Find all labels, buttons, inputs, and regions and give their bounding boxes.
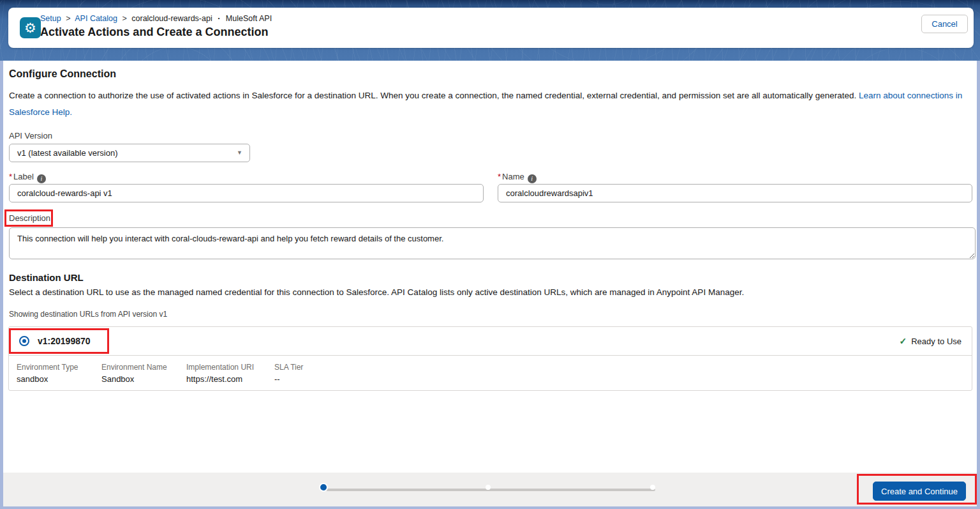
detail-label: Environment Name — [101, 363, 186, 372]
detail-col-implementation-uri: Implementation URI https://test.com — [186, 363, 274, 384]
name-field-label: *Namei — [498, 172, 537, 183]
main-panel: Configure Connection Create a connection… — [3, 61, 977, 473]
check-icon: ✓ — [900, 336, 907, 346]
status-label: Ready to Use — [911, 337, 961, 346]
detail-col-environment-name: Environment Name Sandbox — [101, 363, 186, 384]
detail-label: SLA Tier — [274, 363, 359, 372]
detail-col-environment-type: Environment Type sandbox — [17, 363, 101, 384]
api-version-label: API Version — [9, 131, 52, 141]
radio-dot — [22, 339, 26, 343]
api-version-value: v1 (latest available version) — [17, 148, 118, 158]
description-textarea[interactable]: This connection will help you interact w… — [9, 227, 976, 259]
showing-destination-text: Showing destination URLs from API versio… — [9, 310, 167, 319]
label-input[interactable] — [9, 184, 484, 202]
breadcrumb-api-catalog-link[interactable]: API Catalog — [75, 14, 117, 23]
detail-value: -- — [274, 374, 359, 384]
breadcrumb-separator: > — [122, 14, 126, 23]
label-field-label: *Labeli — [9, 172, 46, 183]
destination-option-card: v1:20199870 ✓ Ready to Use Environment T… — [8, 326, 972, 391]
page-header: ⚙ Setup > API Catalog > coralcloud-rewar… — [8, 8, 974, 48]
progress-step-2 — [486, 485, 491, 490]
breadcrumb-current: coralcloud-rewards-api — [131, 14, 212, 23]
info-icon[interactable]: i — [37, 174, 46, 183]
destination-option-label: v1:20199870 — [38, 336, 91, 346]
required-asterisk: * — [498, 172, 501, 181]
label-field-label-text: Label — [13, 172, 34, 181]
breadcrumb-separator: > — [66, 14, 70, 23]
breadcrumb: Setup > API Catalog > coralcloud-rewards… — [40, 14, 272, 23]
breadcrumb-dot-separator: · — [218, 14, 220, 23]
intro-text: Create a connection to authorize the use… — [9, 91, 859, 100]
destination-details-row: Environment Type sandbox Environment Nam… — [9, 356, 972, 384]
description-label: Description — [9, 213, 50, 223]
breadcrumb-setup-link[interactable]: Setup — [40, 14, 61, 23]
gear-icon: ⚙ — [24, 21, 36, 34]
destination-url-title: Destination URL — [9, 272, 84, 283]
chevron-down-icon: ▼ — [237, 144, 242, 162]
create-and-continue-button[interactable]: Create and Continue — [873, 482, 966, 501]
status-badge: ✓ Ready to Use — [900, 336, 962, 346]
required-asterisk: * — [9, 172, 12, 181]
detail-value: https://test.com — [186, 374, 274, 384]
destination-option-row[interactable]: v1:20199870 ✓ Ready to Use — [9, 327, 972, 356]
breadcrumb-api-type: MuleSoft API — [226, 14, 272, 23]
detail-col-sla-tier: SLA Tier -- — [274, 363, 359, 384]
progress-step-3 — [650, 485, 655, 490]
app-frame: ⚙ Setup > API Catalog > coralcloud-rewar… — [0, 0, 980, 509]
detail-value: sandbox — [17, 374, 101, 384]
progress-step-1-active — [320, 484, 327, 490]
setup-gear-tile: ⚙ — [20, 17, 41, 38]
detail-label: Environment Type — [17, 363, 101, 372]
detail-value: Sandbox — [101, 374, 186, 384]
page-title: Activate Actions and Create a Connection — [40, 26, 268, 39]
api-version-select[interactable]: v1 (latest available version) ▼ — [9, 144, 250, 162]
intro-paragraph: Create a connection to authorize the use… — [9, 87, 971, 121]
name-input[interactable] — [498, 184, 972, 202]
cancel-button[interactable]: Cancel — [921, 15, 968, 33]
name-field-label-text: Name — [502, 172, 524, 181]
destination-radio[interactable] — [19, 336, 29, 346]
footer-bar: Create and Continue — [3, 473, 977, 506]
info-icon[interactable]: i — [528, 174, 537, 183]
section-title: Configure Connection — [9, 68, 116, 80]
detail-label: Implementation URI — [186, 363, 274, 372]
destination-url-subtitle: Select a destination URL to use as the m… — [9, 287, 971, 297]
progress-track — [326, 489, 655, 491]
